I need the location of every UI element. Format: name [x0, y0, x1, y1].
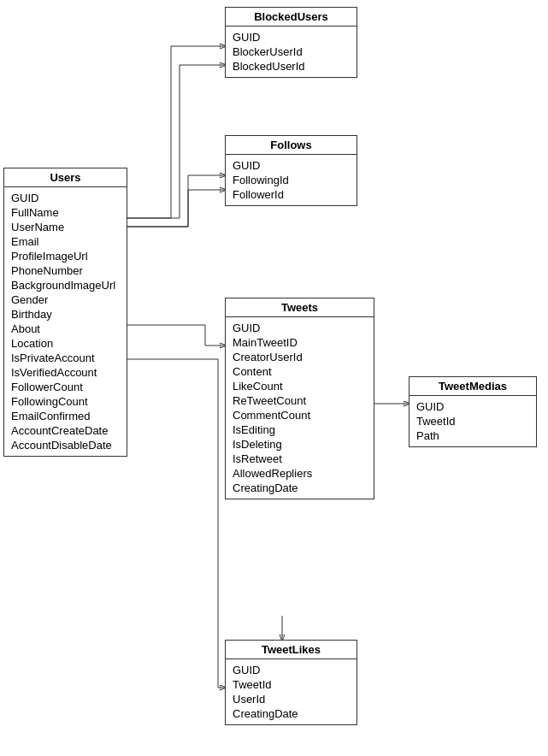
- entity-tweetlikes-fields: GUID TweetId UserId CreatingDate: [226, 659, 356, 724]
- field-tweetmedias-tweetid: TweetId: [416, 414, 529, 428]
- field-users-isverifiedaccount: IsVerifiedAccount: [11, 365, 120, 380]
- field-users-username: UserName: [11, 220, 120, 234]
- field-users-emailconfirmed: EmailConfirmed: [11, 409, 120, 423]
- entity-users: Users GUID FullName UserName Email Profi…: [3, 168, 127, 457]
- field-blockedusers-guid: GUID: [233, 30, 350, 44]
- field-tweets-commentcount: CommentCount: [233, 408, 367, 422]
- field-tweets-content: Content: [233, 364, 367, 379]
- field-tweetlikes-creatingdate: CreatingDate: [233, 706, 350, 721]
- field-tweetlikes-tweetid: TweetId: [233, 677, 350, 692]
- entity-tweetmedias-fields: GUID TweetId Path: [410, 396, 536, 446]
- field-tweets-isretweet: IsRetweet: [233, 452, 367, 466]
- entity-follows-title: Follows: [226, 136, 356, 155]
- field-users-gender: Gender: [11, 292, 120, 307]
- field-blockedusers-blockeruserid: BlockerUserId: [233, 44, 350, 59]
- field-users-fullname: FullName: [11, 205, 120, 220]
- entity-tweetlikes: TweetLikes GUID TweetId UserId CreatingD…: [225, 640, 357, 725]
- field-tweetlikes-guid: GUID: [233, 663, 350, 677]
- field-users-phonenumber: PhoneNumber: [11, 263, 120, 278]
- entity-blockedusers: BlockedUsers GUID BlockerUserId BlockedU…: [225, 7, 357, 78]
- entity-tweetmedias: TweetMedias GUID TweetId Path: [409, 376, 537, 447]
- entity-tweetmedias-title: TweetMedias: [410, 377, 536, 396]
- entity-users-fields: GUID FullName UserName Email ProfileImag…: [4, 187, 127, 456]
- field-tweetmedias-path: Path: [416, 428, 529, 443]
- field-users-isprivateaccount: IsPrivateAccount: [11, 351, 120, 365]
- field-follows-guid: GUID: [233, 158, 350, 173]
- field-tweets-retweetcount: ReTweetCount: [233, 393, 367, 408]
- field-tweets-allowedrepliers: AllowedRepliers: [233, 466, 367, 481]
- field-tweets-creatoruserid: CreatorUserId: [233, 350, 367, 364]
- field-users-backgroundimageurl: BackgroundImageUrl: [11, 278, 120, 292]
- entity-blockedusers-fields: GUID BlockerUserId BlockedUserId: [226, 27, 356, 77]
- entity-tweets: Tweets GUID MainTweetID CreatorUserId Co…: [225, 298, 374, 499]
- entity-tweets-title: Tweets: [226, 298, 374, 317]
- field-users-profileimageurl: ProfileImageUrl: [11, 249, 120, 263]
- field-users-accountcreatedate: AccountCreateDate: [11, 423, 120, 438]
- field-users-location: Location: [11, 336, 120, 351]
- entity-follows-fields: GUID FollowingId FollowerId: [226, 155, 356, 205]
- entity-blockedusers-title: BlockedUsers: [226, 8, 356, 27]
- field-tweetmedias-guid: GUID: [416, 399, 529, 414]
- diagram-container: Users GUID FullName UserName Email Profi…: [0, 0, 548, 756]
- field-users-about: About: [11, 322, 120, 336]
- field-tweets-creatingdate: CreatingDate: [233, 481, 367, 495]
- field-users-guid: GUID: [11, 191, 120, 205]
- entity-users-title: Users: [4, 168, 127, 187]
- field-tweets-guid: GUID: [233, 321, 367, 335]
- field-users-email: Email: [11, 234, 120, 249]
- field-users-birthday: Birthday: [11, 307, 120, 322]
- field-users-followingcount: FollowingCount: [11, 394, 120, 409]
- field-users-accountdisabledate: AccountDisableDate: [11, 438, 120, 452]
- entity-tweets-fields: GUID MainTweetID CreatorUserId Content L…: [226, 317, 374, 499]
- field-tweets-maintweetid: MainTweetID: [233, 335, 367, 350]
- entity-follows: Follows GUID FollowingId FollowerId: [225, 135, 357, 206]
- field-tweetlikes-userid: UserId: [233, 692, 350, 706]
- entity-tweetlikes-title: TweetLikes: [226, 641, 356, 659]
- field-tweets-isdeleting: IsDeleting: [233, 437, 367, 452]
- field-tweets-isediting: IsEditing: [233, 422, 367, 437]
- field-users-followercount: FollowerCount: [11, 380, 120, 394]
- field-blockedusers-blockeduserid: BlockedUserId: [233, 59, 350, 74]
- field-follows-followingid: FollowingId: [233, 173, 350, 187]
- field-tweets-likecount: LikeCount: [233, 379, 367, 393]
- field-follows-followerid: FollowerId: [233, 187, 350, 202]
